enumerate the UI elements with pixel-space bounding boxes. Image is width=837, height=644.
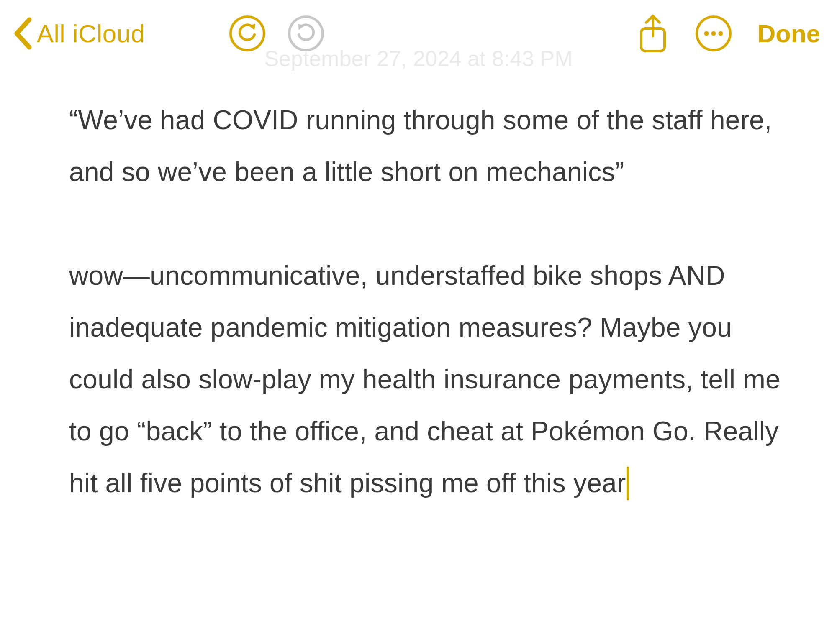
redo-icon	[287, 15, 325, 52]
svg-point-0	[231, 17, 264, 50]
svg-point-8	[711, 31, 716, 36]
done-button[interactable]: Done	[757, 19, 820, 48]
svg-point-2	[289, 17, 323, 50]
more-icon[interactable]	[695, 15, 732, 52]
undo-icon[interactable]	[229, 15, 266, 52]
back-label: All iCloud	[37, 19, 145, 48]
toolbar-right: Done	[636, 13, 820, 54]
note-body[interactable]: “We’ve had COVID running through some of…	[69, 94, 781, 509]
text-cursor	[627, 467, 629, 500]
chevron-left-icon	[13, 17, 33, 50]
svg-point-7	[704, 31, 709, 36]
toolbar: All iCloud	[0, 0, 837, 67]
note-text: “We’ve had COVID running through some of…	[69, 105, 788, 498]
toolbar-center	[229, 15, 325, 52]
back-button[interactable]: All iCloud	[13, 17, 145, 50]
svg-point-9	[719, 31, 723, 36]
share-icon[interactable]	[636, 13, 670, 54]
